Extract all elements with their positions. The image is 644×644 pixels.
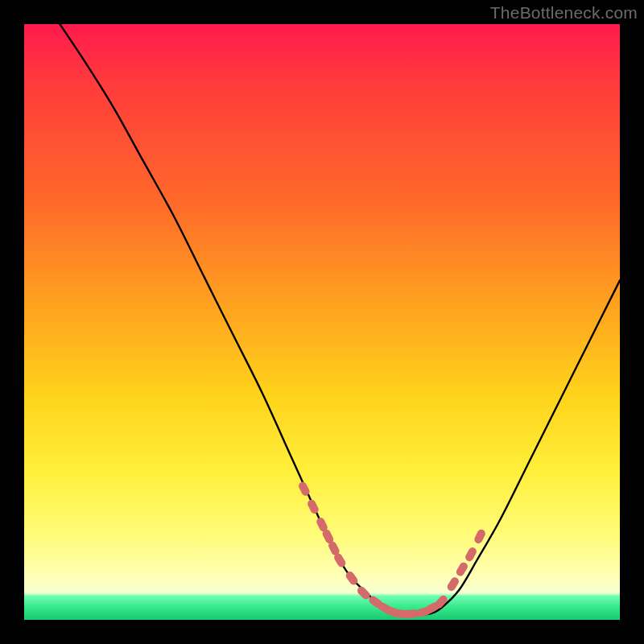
curve-marker: [321, 528, 335, 545]
curve-marker: [464, 546, 477, 563]
curve-marker: [404, 609, 419, 619]
curve-marker: [315, 516, 328, 533]
chart-frame: TheBottleneck.com: [0, 0, 644, 644]
bottleneck-curve-path: [60, 24, 620, 614]
curve-marker: [394, 609, 410, 619]
curve-marker: [327, 540, 341, 557]
curve-marker: [376, 601, 393, 615]
curve-marker: [332, 552, 347, 569]
curve-marker: [386, 606, 402, 618]
curve-marker: [356, 585, 372, 601]
plot-area: [24, 24, 620, 620]
curve-marker: [473, 528, 487, 545]
curve-marker: [415, 606, 431, 618]
curve-marker: [433, 594, 448, 610]
curve-svg: [24, 24, 620, 620]
curve-marker: [446, 576, 460, 592]
watermark-text: TheBottleneck.com: [490, 3, 638, 23]
curve-marker: [367, 595, 383, 610]
curve-marker: [306, 498, 320, 515]
marker-group: [297, 481, 486, 619]
curve-marker: [345, 570, 360, 586]
curve-marker: [424, 601, 441, 615]
curve-marker: [455, 561, 469, 578]
curve-marker: [297, 481, 311, 497]
